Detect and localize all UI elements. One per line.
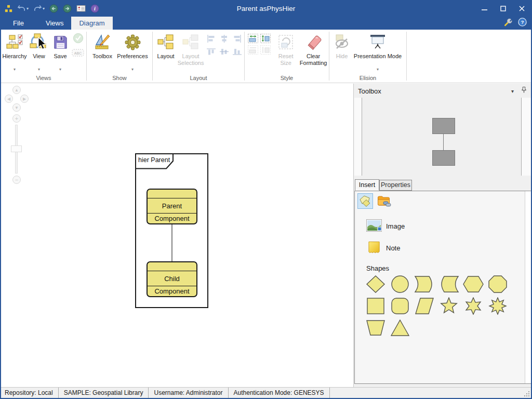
shape-star-8[interactable] xyxy=(485,295,510,317)
layout-button[interactable]: Layout xyxy=(155,32,177,73)
presentation-mode-dropdown-icon[interactable]: ▾ xyxy=(377,67,379,72)
layout-label: Layout xyxy=(157,53,175,60)
svg-text:ABC: ABC xyxy=(74,51,82,55)
redo-button[interactable]: ▾ xyxy=(33,4,45,12)
clear-formatting-button[interactable]: Clear Formatting xyxy=(298,32,329,73)
shape-triangle[interactable] xyxy=(388,317,412,339)
node-child-header xyxy=(148,262,196,271)
hierarchy-icon xyxy=(6,32,23,52)
save-dropdown-icon[interactable]: ▾ xyxy=(59,67,61,72)
overview-parent-node xyxy=(432,118,455,134)
resize-grip[interactable] xyxy=(528,395,529,396)
match-width-disabled-icon xyxy=(248,45,259,56)
save-button[interactable]: Save ▾ xyxy=(50,32,71,73)
view-label: View xyxy=(33,53,45,60)
shape-rounded-square[interactable] xyxy=(388,295,412,317)
toolbox-panel-header: Toolbox ▾ xyxy=(354,85,532,97)
presentation-screen-icon xyxy=(369,32,386,52)
tab-views[interactable]: Views xyxy=(38,17,71,30)
tab-diagram[interactable]: Diagram xyxy=(71,17,112,30)
shape-square[interactable] xyxy=(363,295,388,317)
preferences-button[interactable]: Preferences ▾ xyxy=(115,32,150,73)
node-child-type: Component xyxy=(148,286,196,296)
node-parent[interactable]: Parent Component xyxy=(147,189,197,224)
maximize-button[interactable] xyxy=(494,1,512,16)
shape-hexagon[interactable] xyxy=(461,273,485,295)
shape-wave[interactable] xyxy=(412,273,436,295)
panel-pin-icon[interactable] xyxy=(521,86,527,96)
shape-star-6[interactable] xyxy=(461,295,485,317)
views-group-label: Views xyxy=(1,75,86,81)
insert-shapes-tool-button[interactable] xyxy=(357,193,373,209)
frame-label-text: hier Parent xyxy=(138,156,170,164)
navigate-back-button[interactable] xyxy=(49,4,58,13)
presentation-mode-button[interactable]: Presentation Mode ▾ xyxy=(351,32,404,73)
info-button[interactable]: i xyxy=(90,4,99,13)
toolbox-button[interactable]: Toolbox xyxy=(90,32,115,73)
clear-formatting-label: Clear Formatting xyxy=(298,53,329,66)
pan-right-button[interactable]: ▶ xyxy=(20,95,29,103)
shape-octagon[interactable] xyxy=(485,273,510,295)
tab-insert[interactable]: Insert xyxy=(355,179,379,191)
panel-scrollbar[interactable] xyxy=(525,191,531,383)
pan-left-button[interactable]: ◀ xyxy=(5,95,13,103)
redo-dropdown-icon[interactable]: ▾ xyxy=(43,6,45,11)
match-height-icon[interactable] xyxy=(260,34,272,44)
node-child[interactable]: Child Component xyxy=(147,261,197,297)
elision-group-label: Elision xyxy=(329,75,406,81)
panel-menu-chevron-icon[interactable]: ▾ xyxy=(511,88,514,94)
status-repository: Repository: Local xyxy=(1,388,59,398)
contact-card-button[interactable] xyxy=(76,4,86,12)
toolbox-label: Toolbox xyxy=(92,53,112,60)
shapes-tool-icon xyxy=(358,194,372,208)
layout-group-label: Layout xyxy=(153,75,244,81)
view-dropdown-icon[interactable]: ▾ xyxy=(38,67,40,72)
quick-access-toolbar: ▾ ▾ i xyxy=(1,4,99,13)
image-item-label[interactable]: Image xyxy=(386,222,405,230)
reset-size-button: Reset Size xyxy=(274,32,298,73)
image-item-icon[interactable] xyxy=(366,219,382,234)
hierarchy-dropdown-icon[interactable]: ▾ xyxy=(14,67,16,72)
pan-up-button[interactable]: ▲ xyxy=(12,86,21,94)
customize-tools-icon[interactable] xyxy=(504,18,513,29)
pan-down-button[interactable]: ▼ xyxy=(12,103,21,112)
zoom-in-button[interactable]: + xyxy=(12,114,21,123)
ribbon-group-layout: Layout Layout Selections Layout xyxy=(153,30,244,83)
close-button[interactable] xyxy=(512,1,531,16)
parent-child-connector[interactable] xyxy=(171,224,172,261)
alignment-buttons xyxy=(205,32,244,59)
insert-entities-tool-button[interactable] xyxy=(376,193,392,209)
navigate-forward-button[interactable] xyxy=(63,4,72,13)
shape-parallelogram[interactable] xyxy=(412,295,436,317)
tab-file[interactable]: File xyxy=(5,17,32,30)
minimize-button[interactable] xyxy=(475,1,494,16)
shape-trapezoid[interactable] xyxy=(363,317,388,339)
tab-properties[interactable]: Properties xyxy=(379,180,412,191)
diagram-overview-viewport xyxy=(362,98,522,176)
undo-button[interactable]: ▾ xyxy=(17,4,29,12)
shape-ellipse[interactable] xyxy=(388,273,412,295)
shape-diamond[interactable] xyxy=(363,273,388,295)
help-icon[interactable]: ? xyxy=(518,18,527,29)
match-width-icon[interactable] xyxy=(248,34,259,44)
preferences-dropdown-icon[interactable]: ▾ xyxy=(131,67,134,72)
align-bottom-icon xyxy=(233,48,244,59)
diagram-overview[interactable] xyxy=(354,98,531,176)
node-child-name: Child xyxy=(148,271,196,286)
shape-star-5[interactable] xyxy=(436,295,461,317)
zoom-slider-handle[interactable] xyxy=(11,145,22,152)
diagram-canvas[interactable]: ▲ ◀ ▶ ▼ + − hier Parent Parent Component xyxy=(1,84,353,387)
undo-dropdown-icon[interactable]: ▾ xyxy=(26,6,29,11)
hierarchy-button[interactable]: Hierarchy ▾ xyxy=(1,32,28,73)
note-item-label[interactable]: Note xyxy=(386,244,400,252)
toolbox-panel-title: Toolbox xyxy=(354,87,381,95)
shape-wave-mirrored[interactable] xyxy=(436,273,461,295)
align-right-icon xyxy=(233,35,244,46)
node-parent-header xyxy=(148,190,196,198)
reset-size-label: Reset Size xyxy=(274,53,298,66)
note-item-icon[interactable] xyxy=(368,241,381,257)
view-button[interactable]: View ▾ xyxy=(28,32,50,73)
zoom-out-button[interactable]: − xyxy=(12,176,21,184)
ribbon-tab-strip: File Views Diagram ? xyxy=(1,17,531,30)
align-left-icon xyxy=(207,35,218,46)
